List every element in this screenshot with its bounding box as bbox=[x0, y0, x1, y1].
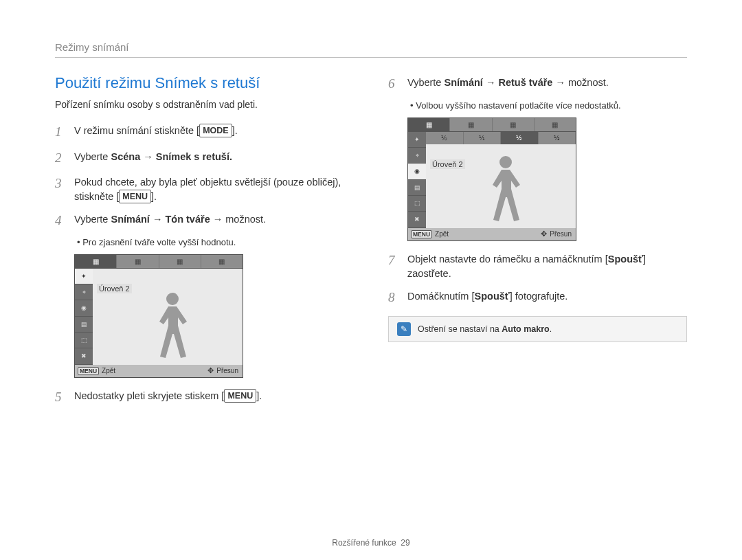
option-strip: ⅟₀ ⅟₁ ⅟₂ ⅟₃ bbox=[426, 132, 576, 144]
camera-tab: ▦ bbox=[450, 118, 492, 131]
step-6: 6 Vyberte Snímání → Retuš tváře → možnos… bbox=[388, 74, 687, 93]
level-label: Úroveň 2 bbox=[430, 159, 465, 169]
step-number: 8 bbox=[388, 288, 401, 307]
back-label: Zpět bbox=[102, 367, 115, 374]
section-subtitle: Pořízení snímku osoby s odstraněním vad … bbox=[55, 99, 354, 110]
side-icon: ⌖ bbox=[408, 148, 426, 164]
camera-footer: MENU Zpět ✥ Přesun bbox=[408, 228, 576, 240]
right-column: 6 Vyberte Snímání → Retuš tváře → možnos… bbox=[388, 74, 687, 413]
side-icon: ▤ bbox=[408, 180, 426, 196]
step-bold: Scéna → Snímek s retuší. bbox=[111, 151, 232, 162]
step-1: 1 V režimu snímání stiskněte [MODE]. bbox=[55, 122, 354, 142]
arrows-icon: ✥ bbox=[541, 229, 547, 238]
camera-viewport: Úroveň 2 bbox=[93, 269, 243, 365]
camera-tab: ▦ bbox=[117, 255, 159, 268]
mode-button-label: MODE bbox=[199, 124, 232, 137]
step-bold: Spoušť bbox=[475, 291, 510, 302]
option: ⅟₃ bbox=[539, 132, 576, 144]
note-icon: ✎ bbox=[397, 322, 411, 336]
footer-page: 29 bbox=[401, 538, 409, 548]
person-silhouette-icon bbox=[148, 289, 196, 365]
side-icon: ✦ bbox=[75, 269, 93, 284]
step-number: 5 bbox=[55, 388, 67, 407]
step-5: 5 Nedostatky pleti skryjete stiskem [MEN… bbox=[55, 388, 354, 407]
menu-button-label: MENU bbox=[119, 190, 151, 203]
camera-screen-b: ▦ ▦ ▦ ▦ ✦ ⌖ ◉ ▤ ⬚ ✖ ⅟₀ ⅟₁ ⅟₂ bbox=[407, 117, 576, 241]
level-label: Úroveň 2 bbox=[97, 284, 132, 293]
camera-tab: ▦ bbox=[408, 118, 450, 131]
side-icon: ✦ bbox=[408, 132, 426, 148]
step-6-sub: Volbou vyššího nastavení potlačíte více … bbox=[410, 100, 687, 111]
back-label: Zpět bbox=[435, 230, 449, 238]
move-label: Přesun bbox=[550, 230, 572, 238]
camera-tab: ▦ bbox=[493, 118, 535, 131]
arrows-icon: ✥ bbox=[207, 366, 214, 375]
camera-tab: ▦ bbox=[201, 255, 243, 268]
step-7: 7 Objekt nastavte do rámečku a namáčknut… bbox=[388, 251, 687, 281]
step-number: 6 bbox=[388, 74, 401, 93]
note-box: ✎ Ostření se nastaví na Auto makro. bbox=[388, 316, 687, 342]
camera-tabs: ▦ ▦ ▦ ▦ bbox=[75, 255, 243, 269]
step-text: → možnost. bbox=[552, 77, 608, 88]
step-3: 3 Pokud chcete, aby byla pleť objektu sv… bbox=[55, 174, 354, 204]
side-icon: ◉ bbox=[75, 300, 93, 316]
option-selected: ⅟₂ bbox=[501, 132, 539, 144]
step-text: Domáčknutím [ bbox=[407, 291, 475, 302]
step-number: 3 bbox=[55, 174, 67, 204]
camera-tab: ▦ bbox=[75, 255, 117, 268]
step-text: ]. bbox=[151, 191, 157, 202]
menu-small-icon: MENU bbox=[411, 230, 432, 238]
camera-tab: ▦ bbox=[159, 255, 201, 268]
step-number: 1 bbox=[55, 122, 67, 142]
side-icon: ◉ bbox=[408, 164, 426, 179]
step-text: Nedostatky pleti skryjete stiskem [ bbox=[74, 390, 224, 401]
side-icon: ⬚ bbox=[408, 196, 426, 212]
footer-section: Rozšířené funkce bbox=[332, 538, 396, 548]
step-bold: Snímání → Tón tváře bbox=[111, 214, 210, 225]
step-bold: Spoušť bbox=[608, 254, 643, 265]
note-text-c: . bbox=[550, 324, 552, 334]
step-number: 4 bbox=[55, 211, 67, 230]
side-icon: ⬚ bbox=[75, 333, 93, 348]
step-number: 2 bbox=[55, 148, 67, 168]
content-columns: Použití režimu Snímek s retuší Pořízení … bbox=[55, 74, 687, 413]
step-text: V režimu snímání stiskněte [ bbox=[74, 125, 199, 136]
step-text: Vyberte bbox=[74, 151, 111, 162]
side-icon: ▤ bbox=[75, 317, 93, 333]
step-text: Pokud chcete, aby byla pleť objektu svět… bbox=[74, 177, 341, 202]
step-text: → možnost. bbox=[210, 214, 266, 225]
step-text: Objekt nastavte do rámečku a namáčknutím… bbox=[407, 254, 608, 265]
option: ⅟₁ bbox=[464, 132, 502, 144]
step-2: 2 Vyberte Scéna → Snímek s retuší. bbox=[55, 148, 354, 168]
note-text-b: Auto makro bbox=[502, 324, 549, 334]
camera-tab: ▦ bbox=[535, 118, 576, 131]
step-text: ]. bbox=[256, 390, 262, 401]
step-bold: Snímání → Retuš tváře bbox=[444, 77, 552, 88]
step-4-sub: Pro zjasnění tváře volte vyšší hodnotu. bbox=[77, 237, 354, 247]
camera-footer: MENU Zpět ✥ Přesun bbox=[75, 365, 243, 377]
option: ⅟₀ bbox=[426, 132, 464, 144]
step-text: ]. bbox=[232, 125, 238, 136]
side-icon: ✖ bbox=[75, 348, 93, 364]
note-text-a: Ostření se nastaví na bbox=[418, 324, 502, 334]
camera-side-icons: ✦ ⌖ ◉ ▤ ⬚ ✖ bbox=[408, 132, 426, 228]
camera-side-icons: ✦ ⌖ ◉ ▤ ⬚ ✖ bbox=[75, 269, 93, 365]
side-icon: ⌖ bbox=[75, 284, 93, 300]
page-header: Režimy snímání bbox=[55, 41, 687, 58]
move-label: Přesun bbox=[216, 367, 238, 374]
side-icon: ✖ bbox=[408, 212, 426, 227]
page-footer: Rozšířené funkce 29 bbox=[0, 538, 742, 548]
step-text: Vyberte bbox=[407, 77, 444, 88]
step-4: 4 Vyberte Snímání → Tón tváře → možnost. bbox=[55, 211, 354, 230]
step-text: Vyberte bbox=[74, 214, 111, 225]
step-number: 7 bbox=[388, 251, 401, 281]
step-8: 8 Domáčknutím [Spoušť] fotografujte. bbox=[388, 288, 687, 307]
note-text: Ostření se nastaví na Auto makro. bbox=[418, 324, 552, 334]
menu-button-label: MENU bbox=[224, 389, 256, 403]
camera-viewport: ⅟₀ ⅟₁ ⅟₂ ⅟₃ Úroveň 2 bbox=[426, 132, 576, 228]
menu-small-icon: MENU bbox=[78, 367, 99, 375]
section-title: Použití režimu Snímek s retuší bbox=[55, 74, 354, 92]
camera-tabs: ▦ ▦ ▦ ▦ bbox=[408, 118, 576, 132]
person-silhouette-icon bbox=[482, 153, 530, 228]
step-text: ] fotografujte. bbox=[510, 291, 568, 302]
